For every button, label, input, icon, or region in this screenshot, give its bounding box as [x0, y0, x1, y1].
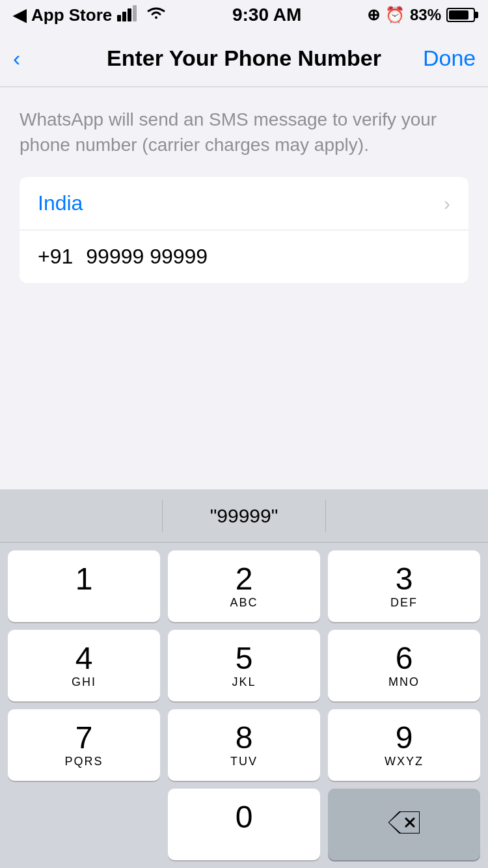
key-9-number: 9: [396, 722, 413, 753]
status-bar: ◀ App Store 9:30 AM ⊕ ⏰ 83%: [0, 0, 488, 30]
phone-number-input[interactable]: [86, 245, 450, 269]
back-button[interactable]: ‹: [13, 46, 65, 71]
key-9-letters: WXYZ: [385, 755, 424, 768]
country-label: India: [38, 191, 83, 215]
key-7[interactable]: 7 PQRS: [8, 709, 160, 781]
description-text: WhatsApp will send an SMS message to ver…: [20, 107, 468, 157]
key-7-letters: PQRS: [64, 755, 103, 768]
keyboard: "99999" 1 2 ABC 3 DEF 4 GHI 5 JKL 6 MNO: [0, 489, 488, 868]
signal-bars: [117, 5, 141, 26]
status-right-icons: ⊕ ⏰ 83%: [367, 6, 475, 24]
country-selector[interactable]: India ›: [20, 177, 468, 230]
svg-rect-0: [117, 15, 121, 21]
key-6-letters: MNO: [388, 675, 420, 689]
svg-rect-1: [122, 12, 126, 21]
key-3-number: 3: [396, 563, 413, 595]
key-2[interactable]: 2 ABC: [168, 550, 320, 622]
wifi-icon: [146, 5, 167, 26]
key-6[interactable]: 6 MNO: [328, 630, 480, 701]
key-empty: [8, 789, 160, 860]
key-4-letters: GHI: [72, 675, 96, 689]
form-card: India › +91: [20, 177, 468, 283]
key-0-letters: [241, 834, 246, 848]
key-2-number: 2: [236, 563, 253, 595]
suggestion-middle[interactable]: "99999": [163, 498, 325, 534]
alarm-icon: ⏰: [385, 6, 405, 24]
key-3-letters: DEF: [390, 596, 418, 610]
carrier-signal: ◀ App Store: [13, 5, 167, 26]
battery-icon: [446, 8, 475, 22]
backspace-icon: [388, 808, 420, 841]
phone-row: +91: [20, 230, 468, 283]
key-8-letters: TUV: [230, 755, 258, 768]
phone-code: +91: [38, 245, 73, 269]
key-8-number: 8: [236, 722, 253, 753]
key-5-number: 5: [236, 643, 253, 674]
key-1-number: 1: [75, 563, 93, 595]
suggestion-right[interactable]: [326, 509, 488, 522]
keyboard-grid: 1 2 ABC 3 DEF 4 GHI 5 JKL 6 MNO 7 PQRS: [0, 543, 488, 868]
key-1[interactable]: 1: [8, 550, 160, 622]
key-0-number: 0: [236, 802, 253, 833]
key-2-letters: ABC: [230, 596, 258, 610]
key-6-number: 6: [396, 643, 413, 674]
key-9[interactable]: 9 WXYZ: [328, 709, 480, 781]
page-title: Enter Your Phone Number: [65, 46, 423, 71]
back-indicator: ◀: [13, 5, 26, 25]
key-3[interactable]: 3 DEF: [328, 550, 480, 622]
key-5-letters: JKL: [232, 675, 256, 689]
main-content: WhatsApp will send an SMS message to ver…: [0, 87, 488, 283]
suggestion-bar: "99999": [0, 489, 488, 543]
battery-percent: 83%: [410, 6, 441, 24]
navigation-bar: ‹ Enter Your Phone Number Done: [0, 30, 488, 87]
location-icon: ⊕: [367, 6, 380, 24]
chevron-right-icon: ›: [444, 193, 450, 215]
key-8[interactable]: 8 TUV: [168, 709, 320, 781]
suggestion-left[interactable]: [0, 509, 162, 522]
svg-rect-2: [128, 8, 131, 21]
key-0[interactable]: 0: [168, 789, 320, 860]
key-1-letters: [81, 596, 86, 610]
carrier-name: App Store: [31, 5, 112, 25]
backspace-key[interactable]: [328, 789, 480, 860]
time-display: 9:30 AM: [232, 5, 301, 25]
key-5[interactable]: 5 JKL: [168, 630, 320, 701]
key-4-number: 4: [75, 643, 93, 674]
key-4[interactable]: 4 GHI: [8, 630, 160, 701]
key-7-number: 7: [75, 722, 93, 753]
done-button[interactable]: Done: [423, 46, 475, 71]
svg-rect-3: [133, 5, 137, 21]
